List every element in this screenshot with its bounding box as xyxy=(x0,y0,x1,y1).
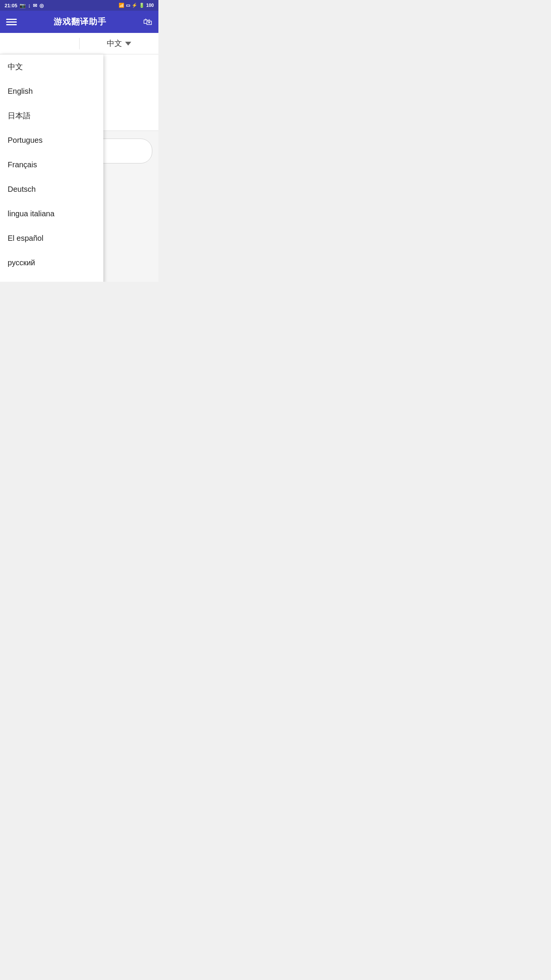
status-bar: 21:05 📷 ↨ ✉ ◎ 📶 ▭ ⚡ 🔋 100 xyxy=(0,0,158,11)
status-right: 📶 ▭ ⚡ 🔋 100 xyxy=(119,3,154,8)
bag-icon[interactable]: 🛍 xyxy=(143,16,152,27)
lang-item-ja[interactable]: 日本語 xyxy=(0,103,103,128)
target-language-selector[interactable]: 中文 xyxy=(80,38,159,49)
wifi-icon: 📶 xyxy=(119,3,124,8)
lang-item-es[interactable]: El español xyxy=(0,226,103,250)
lang-item-pt[interactable]: Portugues xyxy=(0,128,103,152)
lang-selector-row: 中文 xyxy=(0,33,158,54)
lang-item-zh[interactable]: 中文 xyxy=(0,54,103,79)
app-header: 游戏翻译助手 🛍 xyxy=(0,11,158,33)
language-dropdown-menu: 中文 English 日本語 Portugues Français Deutsc… xyxy=(0,54,103,282)
lang-item-de[interactable]: Deutsch xyxy=(0,177,103,201)
menu-line-1 xyxy=(6,19,17,20)
app-title: 游戏翻译助手 xyxy=(54,16,106,28)
battery-level: 100 xyxy=(146,3,154,8)
charging-icon: ⚡ xyxy=(132,3,137,8)
menu-line-3 xyxy=(6,24,17,25)
status-time: 21:05 xyxy=(5,3,17,8)
lang-item-en[interactable]: English xyxy=(0,79,103,103)
status-left: 21:05 📷 ↨ ✉ ◎ xyxy=(5,3,44,8)
menu-line-2 xyxy=(6,21,17,23)
lang-item-it[interactable]: lingua italiana xyxy=(0,201,103,226)
circle-check-icon: ◎ xyxy=(39,3,44,8)
target-dropdown-arrow-icon xyxy=(125,42,131,46)
notification-icon: 📷 xyxy=(20,3,26,8)
lang-item-fr[interactable]: Français xyxy=(0,152,103,177)
usb-icon: ↨ xyxy=(28,3,31,8)
sim-icon: ▭ xyxy=(126,3,130,8)
main-content: 中文 you miss me, I miss you too ↓ 思我的时候，我… xyxy=(0,33,158,282)
mail-icon: ✉ xyxy=(33,3,37,8)
lang-item-ru[interactable]: русский xyxy=(0,250,103,275)
battery-icon: 🔋 xyxy=(139,3,145,8)
target-language-label: 中文 xyxy=(107,38,122,49)
lang-item-ko[interactable]: 한국어 xyxy=(0,275,103,282)
menu-button[interactable] xyxy=(6,19,17,25)
